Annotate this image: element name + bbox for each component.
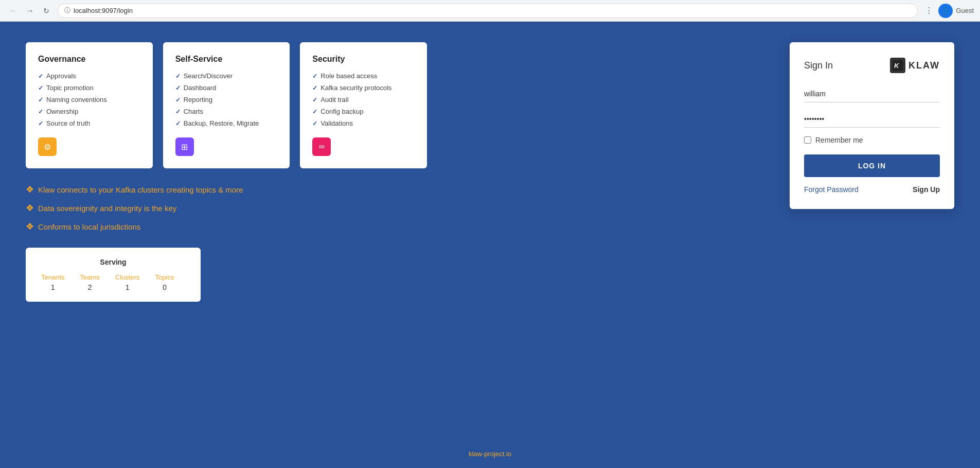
url-text: localhost:9097/login — [74, 7, 133, 14]
teams-value: 2 — [80, 283, 100, 291]
check-icon: ✓ — [38, 73, 43, 80]
list-item: ✓ Search/Discover — [175, 72, 278, 80]
bullet-icon: ❖ — [26, 221, 34, 232]
list-item: ✓ Topic promotion — [38, 84, 140, 92]
profile-label: Guest — [956, 7, 974, 14]
svg-text:K: K — [894, 62, 900, 70]
check-icon: ✓ — [312, 120, 317, 127]
remember-checkbox[interactable] — [804, 136, 811, 144]
remember-label[interactable]: Remember me — [815, 136, 863, 144]
security-title: Security — [312, 55, 415, 64]
signin-links: Forgot Password Sign Up — [804, 185, 940, 194]
stat-tenants: Tenants 1 — [41, 273, 65, 291]
lock-icon: ⓘ — [64, 6, 70, 15]
remember-row: Remember me — [804, 136, 940, 144]
page-footer: klaw-project.io — [469, 450, 511, 458]
check-icon: ✓ — [175, 120, 181, 127]
selfservice-title: Self-Service — [175, 55, 278, 64]
footer-link[interactable]: klaw-project.io — [469, 450, 511, 458]
address-bar[interactable]: ⓘ localhost:9097/login — [58, 4, 918, 18]
feature-item-3: ❖ Conforms to local jurisdictions — [26, 221, 954, 232]
infinity-icon: ∞ — [319, 142, 325, 151]
browser-chrome: ← → ↻ ⓘ localhost:9097/login ⋮ 👤 Guest — [0, 0, 980, 22]
stat-teams: Teams 2 — [80, 273, 100, 291]
signin-header: Sign In K KLAW — [804, 58, 940, 73]
username-input[interactable] — [804, 85, 940, 102]
feature-cards: Governance ✓ Approvals ✓ Topic promotion… — [26, 42, 427, 168]
security-card: Security ✓ Role based access ✓ Kafka sec… — [300, 42, 427, 168]
list-item: ✓ Audit trail — [312, 96, 415, 103]
check-icon: ✓ — [38, 84, 43, 92]
feature-text-2: Data sovereignity and integrity is the k… — [38, 204, 176, 213]
browser-nav-buttons: ← → ↻ — [6, 4, 54, 18]
list-item: ✓ Role based access — [312, 72, 415, 80]
feature-text-1: Klaw connects to your Kafka clusters cre… — [38, 185, 243, 194]
stat-clusters: Clusters 1 — [115, 273, 140, 291]
browser-actions: ⋮ 👤 Guest — [922, 4, 974, 18]
check-icon: ✓ — [312, 96, 317, 103]
list-item: ✓ Reporting — [175, 96, 278, 103]
check-icon: ✓ — [38, 120, 43, 127]
security-icon-button[interactable]: ∞ — [312, 137, 331, 156]
selfservice-card: Self-Service ✓ Search/Discover ✓ Dashboa… — [163, 42, 290, 168]
gear-icon: ⚙ — [44, 142, 51, 152]
bullet-icon: ❖ — [26, 202, 34, 214]
check-icon: ✓ — [175, 84, 181, 92]
selfservice-list: ✓ Search/Discover ✓ Dashboard ✓ Reportin… — [175, 72, 278, 127]
governance-card: Governance ✓ Approvals ✓ Topic promotion… — [26, 42, 153, 168]
list-item: ✓ Backup, Restore, Migrate — [175, 119, 278, 127]
reload-button[interactable]: ↻ — [39, 4, 54, 18]
signin-panel: Sign In K KLAW Remember me LOG IN Forgot… — [790, 42, 954, 209]
tenants-label: Tenants — [41, 273, 65, 281]
forward-button[interactable]: → — [23, 4, 37, 18]
klaw-icon-svg: K — [893, 60, 903, 71]
signin-title: Sign In — [804, 60, 833, 71]
back-button[interactable]: ← — [6, 4, 21, 18]
governance-icon-button[interactable]: ⚙ — [38, 137, 57, 156]
list-item: ✓ Naming conventions — [38, 96, 140, 103]
klaw-logo: K KLAW — [890, 58, 940, 73]
check-icon: ✓ — [38, 108, 43, 115]
klaw-logo-icon: K — [890, 58, 905, 73]
check-icon: ✓ — [312, 84, 317, 92]
list-item: ✓ Ownership — [38, 108, 140, 115]
tenants-value: 1 — [41, 283, 65, 291]
selfservice-icon-button[interactable]: ⊞ — [175, 137, 194, 156]
topics-value: 0 — [155, 283, 174, 291]
check-icon: ✓ — [175, 96, 181, 103]
list-item: ✓ Validations — [312, 119, 415, 127]
check-icon: ✓ — [312, 73, 317, 80]
stats-title: Serving — [41, 258, 185, 266]
check-icon: ✓ — [175, 73, 181, 80]
teams-label: Teams — [80, 273, 100, 281]
bullet-icon: ❖ — [26, 184, 34, 195]
profile-icon[interactable]: 👤 — [938, 4, 953, 18]
governance-title: Governance — [38, 55, 140, 64]
governance-list: ✓ Approvals ✓ Topic promotion ✓ Naming c… — [38, 72, 140, 127]
check-icon: ✓ — [312, 108, 317, 115]
login-button[interactable]: LOG IN — [804, 154, 940, 177]
topics-label: Topics — [155, 273, 174, 281]
feature-text-3: Conforms to local jurisdictions — [38, 222, 140, 231]
list-item: ✓ Dashboard — [175, 84, 278, 92]
forgot-password-link[interactable]: Forgot Password — [804, 185, 859, 194]
signup-link[interactable]: Sign Up — [913, 185, 940, 194]
list-item: ✓ Charts — [175, 108, 278, 115]
menu-icon[interactable]: ⋮ — [922, 4, 936, 18]
check-icon: ✓ — [38, 96, 43, 103]
list-item: ✓ Source of truth — [38, 119, 140, 127]
list-item: ✓ Approvals — [38, 72, 140, 80]
check-icon: ✓ — [175, 108, 181, 115]
stats-row: Tenants 1 Teams 2 Clusters 1 Topics 0 — [41, 273, 185, 291]
list-item: ✓ Kafka security protocols — [312, 84, 415, 92]
password-input[interactable] — [804, 111, 940, 128]
clusters-value: 1 — [115, 283, 140, 291]
grid-icon: ⊞ — [181, 142, 188, 152]
security-list: ✓ Role based access ✓ Kafka security pro… — [312, 72, 415, 127]
stats-section: Serving Tenants 1 Teams 2 Clusters 1 Top… — [26, 248, 201, 302]
clusters-label: Clusters — [115, 273, 140, 281]
list-item: ✓ Config backup — [312, 108, 415, 115]
klaw-logo-text: KLAW — [908, 60, 940, 71]
stat-topics: Topics 0 — [155, 273, 174, 291]
page-content: Governance ✓ Approvals ✓ Topic promotion… — [0, 22, 980, 468]
